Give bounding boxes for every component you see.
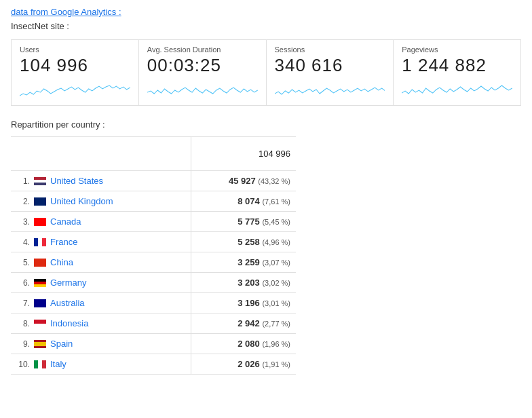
metric-value-avg: 00:03:25 — [147, 55, 258, 76]
rank-1: 1. — [15, 176, 30, 186]
table-row: 3. Canada 5 775 (5,45 %) — [11, 212, 296, 232]
table-row: 6. Germany 3 203 (3,02 %) — [11, 273, 296, 293]
country-name-3[interactable]: Canada — [50, 216, 81, 227]
flag-us — [34, 177, 46, 185]
country-name-1[interactable]: United States — [50, 176, 103, 186]
flag-es — [34, 340, 46, 348]
metric-sessions: Sessions 340 616 — [267, 39, 394, 106]
flag-au — [34, 299, 46, 307]
page-header: data from Google Analytics : — [11, 7, 521, 17]
country-table: 104 996 1. United States 45 927 (43,32 %… — [11, 136, 296, 375]
site-label: InsectNet site : — [11, 21, 521, 31]
country-value-7: 3 196 (3,01 %) — [191, 293, 296, 314]
country-name-6[interactable]: Germany — [50, 278, 86, 288]
metric-label-pageviews: Pageviews — [402, 45, 512, 54]
repartition-title: Repartition per country : — [11, 119, 521, 130]
flag-ca — [34, 218, 46, 226]
table-row: 5. China 3 259 (3,07 %) — [11, 252, 296, 273]
metric-avg-session: Avg. Session Duration 00:03:25 — [139, 39, 267, 106]
country-name-4[interactable]: France — [50, 237, 77, 247]
country-value-5: 3 259 (3,07 %) — [191, 252, 296, 273]
country-name-10[interactable]: Italy — [50, 359, 66, 369]
country-value-6: 3 203 (3,02 %) — [191, 273, 296, 293]
rank-3: 3. — [15, 217, 30, 227]
country-name-5[interactable]: China — [50, 257, 73, 267]
rank-10: 10. — [15, 360, 30, 369]
rank-5: 5. — [15, 258, 30, 267]
rank-7: 7. — [15, 299, 30, 308]
metric-users: Users 104 996 — [11, 39, 139, 106]
country-value-4: 5 258 (4,96 %) — [191, 232, 296, 252]
total-value: 104 996 — [191, 137, 296, 171]
metric-label-sessions: Sessions — [275, 45, 385, 54]
flag-de — [34, 279, 46, 287]
rank-6: 6. — [15, 278, 30, 288]
rank-2: 2. — [15, 197, 30, 206]
country-value-9: 2 080 (1,96 %) — [191, 334, 296, 354]
metric-label-avg: Avg. Session Duration — [147, 45, 258, 54]
flag-it — [34, 360, 46, 368]
metric-value-pageviews: 1 244 882 — [402, 55, 512, 76]
country-value-1: 45 927 (43,32 %) — [191, 171, 296, 191]
country-name-7[interactable]: Australia — [50, 298, 85, 308]
rank-9: 9. — [15, 339, 30, 349]
metric-pageviews: Pageviews 1 244 882 — [394, 39, 521, 106]
rank-4: 4. — [15, 238, 30, 247]
flag-gb — [34, 197, 46, 206]
country-value-3: 5 775 (5,45 %) — [191, 212, 296, 232]
flag-cn — [34, 259, 46, 267]
country-value-10: 2 026 (1,91 %) — [191, 354, 296, 375]
country-name-2[interactable]: United Kingdom — [50, 196, 113, 206]
metrics-row: Users 104 996 Avg. Session Duration 00:0… — [11, 39, 521, 106]
country-value-2: 8 074 (7,61 %) — [191, 191, 296, 212]
table-row: 4. France 5 258 (4,96 %) — [11, 232, 296, 252]
country-name-9[interactable]: Spain — [50, 339, 73, 349]
table-row: 2. United Kingdom 8 074 (7,61 %) — [11, 191, 296, 212]
metric-value-sessions: 340 616 — [275, 55, 385, 76]
metric-value-users: 104 996 — [20, 55, 130, 76]
table-row: 9. Spain 2 080 (1,96 %) — [11, 334, 296, 354]
table-row: 10. Italy 2 026 (1,91 %) — [11, 354, 296, 375]
rank-8: 8. — [15, 319, 30, 328]
flag-fr — [34, 238, 46, 246]
table-row: 1. United States 45 927 (43,32 %) — [11, 171, 296, 191]
table-row: 8. Indonesia 2 942 (2,77 %) — [11, 314, 296, 334]
table-row: 7. Australia 3 196 (3,01 %) — [11, 293, 296, 314]
flag-id — [34, 320, 46, 328]
country-name-8[interactable]: Indonesia — [50, 318, 88, 328]
metric-label-users: Users — [20, 45, 130, 54]
country-value-8: 2 942 (2,77 %) — [191, 314, 296, 334]
